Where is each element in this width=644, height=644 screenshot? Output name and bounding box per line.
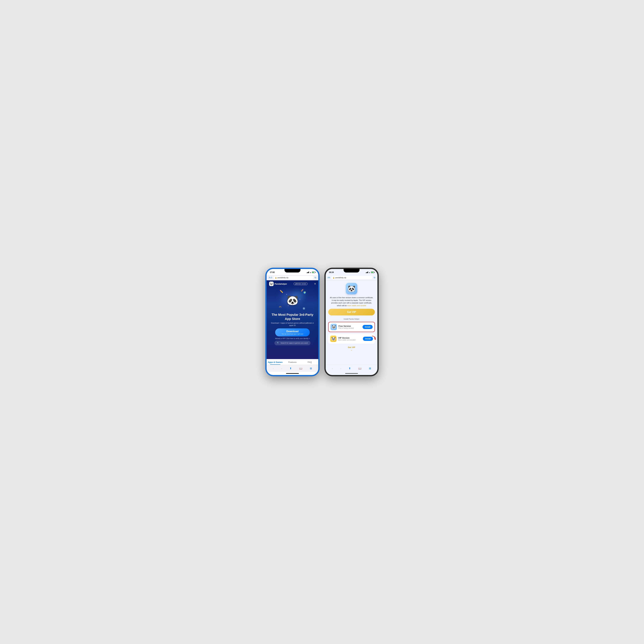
panda-logo: 🐼 (269, 282, 274, 286)
bookmarks-button[interactable]: 📖 (298, 366, 304, 371)
status-icons-right: ▲ (366, 272, 374, 273)
lock-icon-left: 🔒 (275, 277, 277, 279)
vip-version-sub: More stable and durable! (338, 339, 361, 341)
vip-version-card: 🐼 VIP Version More stable and durable! I… (328, 334, 375, 344)
screenshots-container: 17:02 ▲ 大小 🔒 (265, 268, 379, 376)
forward-button-right[interactable]: › (339, 366, 342, 371)
left-phone-screen: 17:02 ▲ 大小 🔒 (267, 269, 318, 375)
free-version-name: Free Version (338, 325, 361, 327)
sparkle-2: ✦ (299, 299, 300, 300)
back-button-right[interactable]: ‹ (331, 366, 334, 371)
home-indicator-right (326, 372, 377, 375)
refresh-icon-right[interactable]: ↻ (374, 276, 376, 279)
jailbroken-badge[interactable]: jailbroken version (294, 283, 308, 285)
free-version-sub: Risk of being revoked (338, 327, 361, 329)
get-vip-button[interactable]: Get VIP (328, 309, 375, 315)
share-button[interactable]: ⬆ (288, 366, 293, 371)
download-btn-label: Download (282, 330, 303, 333)
notch-right (344, 269, 360, 272)
get-vip-label: Get VIP (347, 311, 356, 313)
url-text-left: pandahelp.vip (277, 277, 288, 279)
hero-subtitle: Download ++apps & hacked games without j… (267, 322, 318, 327)
tabs-button[interactable]: ⊞ (309, 366, 313, 371)
browser-toolbar-right: ‹ › ⬆ 📖 ⊞ (326, 365, 377, 372)
vip-version-name: VIP Version (338, 337, 361, 339)
orbit-icon-5: ❄️ (303, 307, 305, 310)
search-icon: 🔍 (277, 342, 279, 344)
tabs-button-right[interactable]: ⊞ (368, 366, 372, 371)
share-button-right[interactable]: ⬆ (347, 366, 352, 371)
free-app-icon: 🐼 (330, 324, 337, 330)
right-scroll: 🐼 All users of the free version share a … (326, 280, 377, 354)
hero-title: The Most Popular 3rd-Party App Store (267, 313, 318, 321)
orbit-icon-3: 🌍 (303, 291, 306, 294)
free-version-info: Free Version Risk of being revoked (338, 325, 361, 329)
get-vip-bottom-area: Get VIP ⌄ (348, 346, 355, 351)
left-phone: 17:02 ▲ 大小 🔒 (265, 268, 320, 376)
status-icons-left: ▲ (307, 272, 315, 273)
browser-bar-left[interactable]: 大小 🔒 pandahelp.vip ↻ (267, 275, 318, 280)
signal-icon-right (366, 272, 368, 273)
panda-icon-large: 🐼 (346, 283, 357, 294)
orbit-icon-4: 🎮 (279, 306, 282, 308)
vip-link[interactable]: Already a VIP? Click here to verify your… (275, 338, 310, 339)
right-phone: 16:24 ▲ AA 🔒 (324, 268, 379, 376)
battery-icon-right (371, 272, 374, 273)
hero-illustration: ✏️ 🚀 🌍 🎮 ❄️ ✦ ✦ ✦ 🐼 (278, 289, 307, 311)
search-placeholder: Search for apps & games you want (280, 342, 308, 344)
description-link[interactable]: more stable and durable (347, 305, 366, 307)
hero-panda: 🐼 (287, 295, 299, 306)
search-bar[interactable]: 🔍 Search for apps & games you want (274, 341, 310, 345)
arrow-annotation (371, 335, 376, 342)
menu-icon[interactable]: ≡ (314, 282, 316, 285)
bookmarks-button-right[interactable]: 📖 (357, 366, 363, 371)
forward-button[interactable]: › (280, 366, 283, 371)
download-button[interactable]: Download You can download apps right now… (275, 328, 310, 336)
install-section-title: Install Panda Helper (344, 318, 359, 320)
vip-card-wrapper: 🐼 VIP Version More stable and durable! I… (328, 334, 375, 344)
free-version-card: 🐼 Free Version Risk of being revoked Ins… (328, 322, 375, 332)
battery-icon (312, 272, 315, 273)
refresh-icon-left[interactable]: ↻ (314, 276, 316, 279)
back-button[interactable]: ‹ (272, 366, 275, 371)
wifi-icon: ▲ (310, 272, 311, 273)
tab-features[interactable]: Features (284, 359, 301, 365)
browser-toolbar-left: ‹ › ⬆ 📖 ⊞ (267, 365, 318, 372)
wifi-icon-right: ▲ (369, 272, 370, 273)
get-vip-bottom-label[interactable]: Get VIP (348, 346, 355, 349)
notch-left (284, 269, 300, 272)
orbit-icon-1: ✏️ (280, 290, 283, 293)
free-install-button[interactable]: Install (363, 325, 373, 329)
svg-marker-0 (374, 338, 376, 340)
tabs-section: Apps & Games Features FAQ (267, 359, 318, 365)
time-left: 17:02 (270, 271, 275, 273)
time-right: 16:24 (329, 271, 334, 273)
browser-back-label-left[interactable]: 大小 (268, 276, 272, 279)
url-bar-right[interactable]: 🔒 pandahelp.vip (331, 276, 372, 279)
hero-header: 🐼 Pandahelper jailbroken version ≡ (267, 280, 318, 287)
lock-icon-right: 🔒 (333, 277, 335, 279)
chevron-down-icon: ⌄ (351, 349, 353, 351)
right-phone-screen: 16:24 ▲ AA 🔒 (326, 269, 377, 375)
tab-faq[interactable]: FAQ (301, 359, 318, 365)
tabs-row: Apps & Games Features FAQ (267, 359, 318, 365)
url-text-right: pandahelp.vip (335, 277, 346, 279)
tab-apps-games[interactable]: Apps & Games (267, 359, 284, 365)
orbit-icon-2: 🚀 (301, 289, 304, 291)
download-btn-sublabel: You can download apps right now! (282, 333, 303, 335)
url-bar-left[interactable]: 🔒 pandahelp.vip (274, 276, 313, 279)
description-text: All users of the free version share a co… (328, 296, 375, 307)
browser-bar-right[interactable]: AA 🔒 pandahelp.vip ↻ (326, 275, 377, 280)
signal-icon (307, 272, 309, 273)
logo-area: 🐼 Pandahelper (269, 282, 287, 286)
vip-app-icon: 🐼 (330, 336, 337, 342)
vip-version-info: VIP Version More stable and durable! (338, 337, 361, 341)
browser-aa-label[interactable]: AA (328, 276, 330, 279)
home-indicator-left (267, 372, 318, 375)
hero-section: 🐼 Pandahelper jailbroken version ≡ ✏️ 🚀 … (267, 280, 318, 359)
right-content: 🐼 All users of the free version share a … (326, 280, 377, 365)
logo-text: Pandahelper (275, 283, 287, 285)
